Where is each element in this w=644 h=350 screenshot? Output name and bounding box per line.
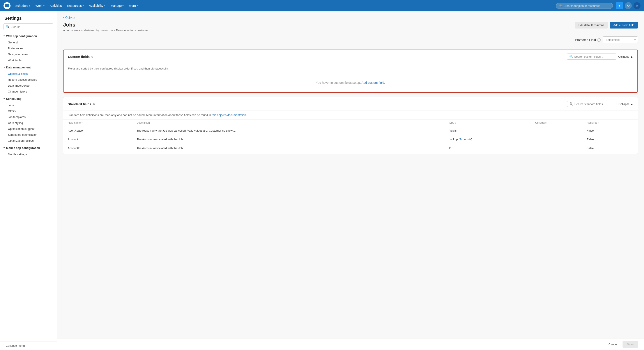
- more-chevron-icon: ▾: [137, 5, 138, 7]
- cell-required: False: [584, 126, 638, 135]
- custom-fields-panel: Custom fields 0 🔍 Collapse ▲: [63, 50, 638, 93]
- custom-fields-search-wrapper[interactable]: 🔍: [567, 54, 616, 60]
- settings-title: Settings: [0, 12, 57, 24]
- standard-fields-collapse-button[interactable]: Collapse ▲: [618, 102, 633, 106]
- promoted-field-row: Promoted Field i Select field: [63, 36, 638, 43]
- accounts-link[interactable]: Accounts: [460, 138, 471, 141]
- custom-fields-collapse-icon: ▲: [630, 55, 633, 58]
- add-custom-field-link[interactable]: Add custom field.: [362, 81, 385, 84]
- collapse-menu-button[interactable]: ‹ Collapse menu: [0, 341, 57, 350]
- standard-fields-controls: 🔍 Collapse ▲: [567, 101, 633, 107]
- cell-required: False: [584, 144, 638, 153]
- section-mobile-app-config: ▾ Mobile app configuration Mobile settin…: [0, 144, 57, 157]
- avatar[interactable]: IN: [634, 2, 640, 9]
- nav-activities[interactable]: Activities: [48, 3, 64, 9]
- add-custom-field-button[interactable]: Add custom field: [610, 22, 638, 29]
- promoted-field-info-icon[interactable]: i: [597, 38, 601, 42]
- standard-fields-count: 68: [93, 102, 96, 106]
- custom-fields-count: 0: [91, 55, 93, 58]
- section-header-data-management[interactable]: ▾ Data management: [0, 64, 57, 71]
- custom-fields-empty-state: You have no custom fields setup. Add cus…: [68, 77, 633, 89]
- sidebar-item-change-history[interactable]: Change history: [0, 89, 57, 95]
- custom-fields-description: Fields are sorted by their configured di…: [68, 67, 633, 70]
- footer-spacer: [63, 159, 638, 172]
- section-header-mobile-app-config[interactable]: ▾ Mobile app configuration: [0, 144, 57, 151]
- custom-fields-search-input[interactable]: [574, 55, 614, 58]
- cell-constraint: [532, 126, 584, 135]
- edit-default-columns-button[interactable]: Edit default columns: [575, 22, 608, 29]
- cell-field-name: AbortReason: [63, 126, 134, 135]
- sidebar-item-jobs[interactable]: Jobs: [0, 102, 57, 108]
- sidebar-item-scheduled-optimization[interactable]: Scheduled optimization: [0, 132, 57, 138]
- page-actions: Edit default columns Add custom field: [575, 22, 638, 29]
- type-sort-icon: ▾: [455, 122, 456, 124]
- sidebar-item-data-import-export[interactable]: Data import/export: [0, 83, 57, 89]
- col-description: Description: [134, 119, 446, 126]
- table-row: Account The Account associated with the …: [63, 135, 638, 144]
- nav-more[interactable]: More ▾: [126, 3, 140, 9]
- sidebar-item-navigation-menu[interactable]: Navigation menu: [0, 51, 57, 57]
- custom-fields-panel-body: Fields are sorted by their configured di…: [64, 63, 638, 92]
- footer-bar: Cancel Save: [57, 338, 644, 350]
- schedule-chevron-icon: ▾: [29, 5, 30, 7]
- add-button[interactable]: +: [616, 2, 623, 9]
- search-icon: 🔍: [559, 4, 563, 8]
- col-type[interactable]: Type ▾: [446, 119, 532, 126]
- standard-fields-panel-header: Standard fields 68 🔍 Collapse ▲: [63, 97, 638, 111]
- sidebar-item-general[interactable]: General: [0, 40, 57, 45]
- sidebar-item-preferences[interactable]: Preferences: [0, 45, 57, 51]
- resources-chevron-icon: ▾: [82, 5, 84, 7]
- sidebar-search-input[interactable]: [12, 25, 51, 29]
- standard-fields-search-wrapper[interactable]: 🔍: [567, 101, 616, 107]
- nav-manage[interactable]: Manage ▾: [108, 3, 126, 9]
- sidebar-item-job-templates[interactable]: Job templates: [0, 114, 57, 120]
- breadcrumb[interactable]: ‹ Objects: [63, 16, 638, 19]
- promoted-field-select[interactable]: Select field: [603, 36, 638, 43]
- nav-resources[interactable]: Resources ▾: [65, 3, 86, 9]
- col-constraint: Constraint: [532, 119, 584, 126]
- col-required[interactable]: Required ▾: [584, 119, 638, 126]
- section-header-web-app-config[interactable]: ▾ Web app configuration: [0, 33, 57, 40]
- cell-constraint: [532, 135, 584, 144]
- section-scheduling: ▾ Scheduling Jobs Offers Job templates C…: [0, 95, 57, 144]
- nav-availability[interactable]: Availability ▾: [87, 3, 108, 9]
- standard-fields-search-input[interactable]: [574, 102, 614, 106]
- sidebar-item-optimization-recipes[interactable]: Optimization recipes: [0, 138, 57, 144]
- breadcrumb-parent-link[interactable]: Objects: [65, 16, 75, 19]
- global-search[interactable]: 🔍 Search for jobs or resources: [556, 3, 613, 9]
- sidebar: Settings 🔍 ▾ Web app configuration Gener…: [0, 12, 57, 350]
- nav-work[interactable]: Work ▾: [33, 3, 46, 9]
- sidebar-search-wrapper[interactable]: 🔍: [4, 24, 53, 30]
- col-field-name[interactable]: Field name ▾: [63, 119, 134, 126]
- sidebar-item-record-access[interactable]: Record access policies: [0, 77, 57, 83]
- sidebar-item-mobile-settings[interactable]: Mobile settings: [0, 151, 57, 157]
- cancel-button[interactable]: Cancel: [606, 341, 620, 348]
- app-body: Settings 🔍 ▾ Web app configuration Gener…: [0, 12, 644, 350]
- page-header-left: Jobs A unit of work undertaken by one or…: [63, 22, 149, 32]
- table-row: AccountId The Account associated with th…: [63, 144, 638, 153]
- breadcrumb-chevron-icon: ‹: [63, 16, 64, 19]
- section-data-management: ▾ Data management Objects & fields Recor…: [0, 64, 57, 95]
- sidebar-scroll: ▾ Web app configuration General Preferen…: [0, 33, 57, 341]
- data-management-chevron-icon: ▾: [4, 66, 5, 69]
- sidebar-item-work-table[interactable]: Work table: [0, 57, 57, 63]
- page-subtitle: A unit of work undertaken by one or more…: [63, 29, 149, 32]
- nav-schedule[interactable]: Schedule ▾: [13, 3, 32, 9]
- object-documentation-link[interactable]: this object's documentation: [212, 113, 246, 117]
- save-button[interactable]: Save: [622, 341, 638, 348]
- standard-fields-collapse-icon: ▲: [630, 102, 633, 106]
- standard-fields-panel: Standard fields 68 🔍 Collapse ▲: [63, 97, 638, 154]
- sidebar-item-optimization-suggest[interactable]: Optimization suggest: [0, 126, 57, 132]
- sidebar-item-offers[interactable]: Offers: [0, 108, 57, 114]
- sidebar-item-card-styling[interactable]: Card styling: [0, 120, 57, 126]
- cell-description: The Account associated with the Job.: [134, 135, 446, 144]
- sidebar-item-objects-fields[interactable]: Objects & fields: [0, 71, 57, 77]
- custom-fields-collapse-button[interactable]: Collapse ▲: [618, 55, 633, 58]
- cell-required: False: [584, 135, 638, 144]
- cell-field-name: AccountId: [63, 144, 134, 153]
- refresh-button[interactable]: ↻: [625, 2, 632, 9]
- standard-fields-title: Standard fields 68: [68, 102, 96, 106]
- section-header-scheduling[interactable]: ▾ Scheduling: [0, 95, 57, 102]
- field-name-sort-icon: ▾: [82, 122, 82, 124]
- logo[interactable]: [4, 2, 10, 9]
